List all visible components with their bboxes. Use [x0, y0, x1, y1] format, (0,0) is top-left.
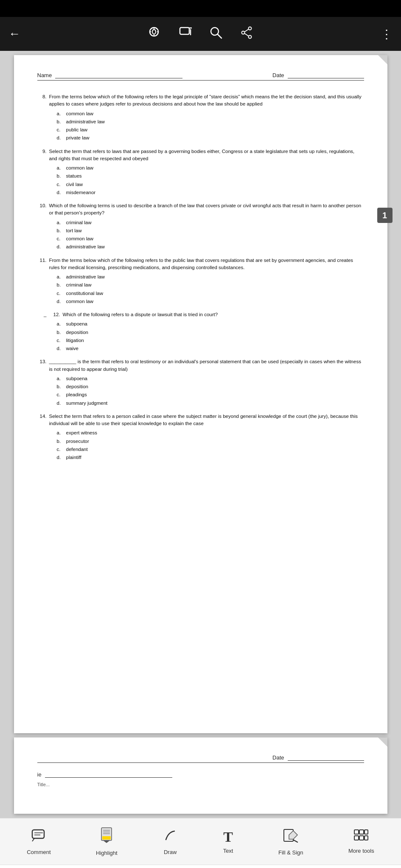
question-9: 9. Select the term that refers to laws t…: [37, 148, 364, 197]
option-8b: b.administrative law: [57, 118, 364, 125]
option-13a: a.subpoena: [57, 375, 364, 382]
nav-bar: [0, 865, 401, 868]
option-14a: a.expert witness: [57, 429, 364, 437]
option-12c: c.litigation: [57, 337, 364, 344]
option-14d: d.plaintiff: [57, 454, 364, 461]
comment-tool-icon: [31, 828, 46, 846]
svg-marker-19: [103, 840, 110, 843]
option-14b: b.prosecutor: [57, 438, 364, 445]
svg-rect-15: [32, 830, 44, 838]
option-8d: d.private law: [57, 134, 364, 142]
svg-line-9: [218, 34, 222, 38]
questions-list: 8. From the terms below which of the fol…: [37, 93, 364, 461]
draw-tool[interactable]: Draw: [163, 828, 178, 855]
highlight-tool-icon: [99, 827, 114, 847]
document-page-1: Name Date 8. From the terms below which …: [14, 55, 387, 733]
option-11c: c.constitutional law: [57, 290, 364, 297]
option-13d: d.summary judgment: [57, 400, 364, 407]
svg-rect-30: [359, 836, 364, 840]
date-field-2: Date: [272, 754, 364, 761]
svg-rect-26: [354, 830, 359, 834]
svg-line-25: [294, 840, 297, 842]
more-options-icon[interactable]: ⋮: [381, 27, 393, 41]
svg-line-13: [244, 29, 248, 32]
option-8a: a.common law: [57, 110, 364, 117]
reading-mode-icon[interactable]: [148, 26, 162, 42]
draw-tool-label: Draw: [164, 849, 177, 855]
document-area: Name Date 8. From the terms below which …: [0, 51, 401, 818]
option-12d: d.waive: [57, 345, 364, 352]
question-13: 13. __________ is the term that refers t…: [37, 358, 364, 407]
question-14: 14. Select the term that refers to a per…: [37, 413, 364, 462]
share-icon[interactable]: [240, 26, 253, 42]
comment-tool-label: Comment: [27, 849, 50, 855]
nav-back-button[interactable]: [316, 866, 353, 868]
option-10b: b.tort law: [57, 227, 364, 234]
question-8: 8. From the terms below which of the fol…: [37, 93, 364, 142]
question-11: 11. From the terms below which of the fo…: [37, 257, 364, 306]
option-13c: c.pleadings: [57, 391, 364, 398]
svg-rect-29: [354, 836, 359, 840]
option-14c: c.defendant: [57, 446, 364, 453]
text-tool-label: Text: [223, 848, 233, 854]
search-icon[interactable]: [209, 26, 223, 42]
svg-rect-28: [365, 830, 368, 834]
app-toolbar: ←: [0, 17, 401, 51]
fill-sign-tool-icon: [283, 827, 299, 847]
question-12: _ 12. Which of the following refers to a…: [37, 311, 364, 352]
comment-icon[interactable]: [179, 26, 192, 42]
option-12a: a.subpoena: [57, 320, 364, 328]
page2-name: ie: [37, 771, 364, 778]
document-page-2: Date ie Title...: [14, 737, 387, 814]
option-12b: b.deposition: [57, 329, 364, 336]
fill-sign-tool-label: Fill & Sign: [278, 849, 303, 856]
svg-rect-5: [180, 28, 189, 34]
option-13b: b.deposition: [57, 383, 364, 390]
more-tools-icon: [353, 829, 369, 845]
draw-tool-icon: [163, 828, 178, 846]
back-button[interactable]: ←: [8, 27, 20, 41]
svg-rect-27: [359, 830, 364, 834]
svg-point-10: [248, 27, 251, 30]
option-9b: b.statues: [57, 172, 364, 180]
svg-rect-31: [365, 836, 368, 840]
question-10: 10. Which of the following terms is used…: [37, 202, 364, 251]
option-10c: c.common law: [57, 235, 364, 242]
status-bar: [0, 0, 401, 17]
highlight-tool[interactable]: Highlight: [96, 827, 118, 856]
nav-recents-button[interactable]: [48, 866, 85, 868]
page-number-badge: 1: [377, 208, 393, 223]
option-11d: d.common law: [57, 298, 364, 305]
option-11b: b.criminal law: [57, 281, 364, 289]
svg-line-14: [244, 33, 248, 36]
option-8c: c.public law: [57, 126, 364, 134]
comment-tool[interactable]: Comment: [27, 828, 50, 855]
svg-point-11: [241, 31, 244, 34]
text-tool-icon: T: [223, 829, 233, 845]
fill-sign-tool[interactable]: Fill & Sign: [278, 827, 303, 856]
bottom-toolbar: Comment Highlight Draw T Text: [0, 818, 401, 865]
highlight-tool-label: Highlight: [96, 850, 118, 856]
option-10a: a.criminal law: [57, 219, 364, 226]
option-10d: d.administrative law: [57, 243, 364, 250]
text-tool[interactable]: T Text: [223, 829, 233, 854]
nav-home-button[interactable]: [181, 865, 219, 868]
date-field: Date: [272, 72, 364, 78]
more-tools-label: More tools: [348, 848, 374, 854]
option-9a: a.common law: [57, 164, 364, 172]
more-tools[interactable]: More tools: [348, 829, 374, 854]
page2-footer: Title...: [37, 782, 364, 787]
option-9d: d.misdemeanor: [57, 189, 364, 196]
option-9c: c.civil law: [57, 181, 364, 188]
svg-rect-20: [102, 836, 111, 840]
name-field: Name: [37, 72, 183, 78]
svg-point-12: [248, 35, 251, 38]
option-11a: a.administrative law: [57, 273, 364, 281]
page-header: Name Date: [37, 72, 364, 81]
page2-header: Date: [37, 754, 364, 763]
